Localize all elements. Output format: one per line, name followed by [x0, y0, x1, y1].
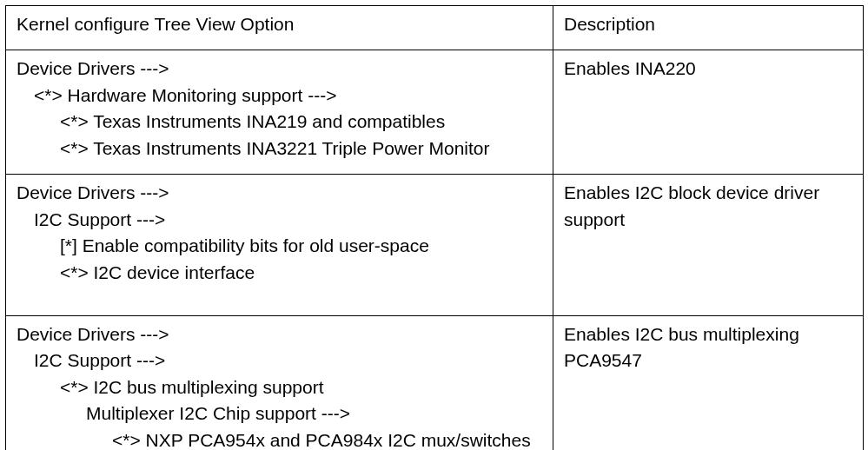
header-description: Description — [553, 6, 864, 50]
option-line: <*> Hardware Monitoring support ---> — [17, 83, 544, 109]
option-cell: Device Drivers --->I2C Support ---><*> I… — [6, 315, 553, 450]
option-line: Device Drivers ---> — [17, 321, 544, 347]
table-row: Device Drivers --->I2C Support --->[*] E… — [6, 175, 864, 316]
table-header-row: Kernel configure Tree View Option Descri… — [6, 6, 864, 50]
option-line: <*> I2C device interface — [17, 260, 544, 286]
option-line: I2C Support ---> — [17, 347, 544, 374]
option-line: Device Drivers ---> — [17, 56, 544, 82]
table-row: Device Drivers --->I2C Support ---><*> I… — [6, 315, 864, 450]
description-cell: Enables I2C bus multiplexing PCA9547 — [553, 315, 864, 450]
description-cell: Enables INA220 — [553, 50, 864, 175]
description-cell: Enables I2C block device driver support — [553, 175, 864, 316]
option-line: Device Drivers ---> — [17, 180, 544, 206]
option-line: Multiplexer I2C Chip support ---> — [17, 400, 544, 427]
option-line: <*> NXP PCA954x and PCA984x I2C mux/swit… — [17, 427, 544, 450]
option-line — [17, 286, 544, 303]
option-line: <*> Texas Instruments INA3221 Triple Pow… — [17, 136, 544, 162]
kernel-config-table: Kernel configure Tree View Option Descri… — [5, 5, 864, 450]
option-line: <*> I2C bus multiplexing support — [17, 374, 544, 400]
option-cell: Device Drivers --->I2C Support --->[*] E… — [6, 175, 553, 316]
option-line: <*> Texas Instruments INA219 and compati… — [17, 109, 544, 135]
option-line: I2C Support ---> — [17, 207, 544, 233]
option-line: [*] Enable compatibility bits for old us… — [17, 233, 544, 259]
table-row: Device Drivers ---><*> Hardware Monitori… — [6, 50, 864, 175]
option-cell: Device Drivers ---><*> Hardware Monitori… — [6, 50, 553, 175]
header-option: Kernel configure Tree View Option — [6, 6, 553, 50]
